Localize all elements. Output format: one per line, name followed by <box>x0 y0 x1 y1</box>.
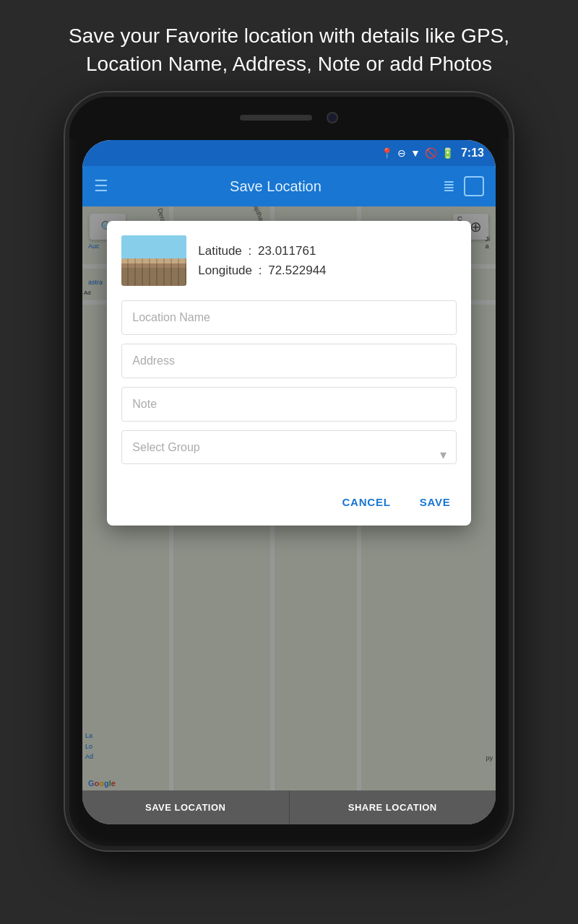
select-group-dropdown[interactable]: Select Group <box>121 430 456 464</box>
location-name-input[interactable] <box>121 300 456 335</box>
share-location-button[interactable]: SHARE LOCATION <box>290 790 496 824</box>
longitude-row: Longitude : 72.522944 <box>198 261 456 280</box>
volume-up-button <box>66 270 69 321</box>
dialog-actions: CANCEL SAVE <box>121 493 456 511</box>
save-location-button[interactable]: SAVE LOCATION <box>82 790 290 824</box>
status-bar: 📍 ⊖ ▼ 🚫 🔋 7:13 <box>82 140 496 166</box>
phone-speaker <box>240 115 312 121</box>
app-bar: ☰ Save Location ≣ <box>82 166 496 206</box>
minus-circle-icon: ⊖ <box>397 147 406 159</box>
save-button[interactable]: SAVE <box>414 493 457 511</box>
select-group-wrapper: Select Group ▾ <box>121 430 456 479</box>
battery-icon: 🔋 <box>441 147 454 159</box>
phone-shell: 📍 ⊖ ▼ 🚫 🔋 7:13 ☰ Save Location ≣ <box>65 92 513 850</box>
longitude-value: 72.522944 <box>268 263 326 277</box>
hero-text: Save your Favorite location with details… <box>0 0 578 92</box>
dialog-header: Latitude : 23.011761 Longitude : 72.5229… <box>121 235 456 286</box>
signal-icon: 🚫 <box>425 147 437 159</box>
map-area: Derasar Rd Vrajdham Rd City Gold Auc ast… <box>82 206 496 790</box>
menu-icon[interactable]: ☰ <box>94 177 108 196</box>
volume-silent-button <box>66 219 69 256</box>
address-input[interactable] <box>121 344 456 378</box>
app-bar-actions: ≣ <box>443 176 484 196</box>
latitude-row: Latitude : 23.011761 <box>198 241 456 261</box>
dialog-overlay: Latitude : 23.011761 Longitude : 72.5229… <box>82 206 496 790</box>
cancel-button[interactable]: CANCEL <box>336 493 396 511</box>
latitude-label: Latitude <box>198 244 242 258</box>
app-title: Save Location <box>120 178 431 195</box>
latitude-value: 23.011761 <box>258 244 316 258</box>
latitude-sep: : <box>249 244 255 258</box>
power-button <box>509 241 512 292</box>
coordinates-display: Latitude : 23.011761 Longitude : 72.5229… <box>198 241 456 280</box>
note-input[interactable] <box>121 387 456 422</box>
phone-device: 📍 ⊖ ▼ 🚫 🔋 7:13 ☰ Save Location ≣ <box>65 92 513 850</box>
bottom-bar: SAVE LOCATION SHARE LOCATION <box>82 790 496 824</box>
phone-notch <box>69 97 509 139</box>
status-icons: 📍 ⊖ ▼ 🚫 🔋 7:13 <box>381 147 484 160</box>
phone-screen: 📍 ⊖ ▼ 🚫 🔋 7:13 ☰ Save Location ≣ <box>82 140 496 824</box>
location-icon: 📍 <box>381 147 393 159</box>
grid-view-icon[interactable] <box>464 176 484 196</box>
volume-down-button <box>66 335 69 385</box>
location-thumbnail <box>121 235 186 286</box>
status-time: 7:13 <box>461 147 484 160</box>
longitude-sep: : <box>259 263 265 277</box>
phone-camera <box>327 112 338 123</box>
save-location-dialog: Latitude : 23.011761 Longitude : 72.5229… <box>107 221 470 526</box>
list-view-icon[interactable]: ≣ <box>443 178 455 195</box>
wifi-icon: ▼ <box>410 147 420 159</box>
longitude-label: Longitude <box>198 263 252 277</box>
